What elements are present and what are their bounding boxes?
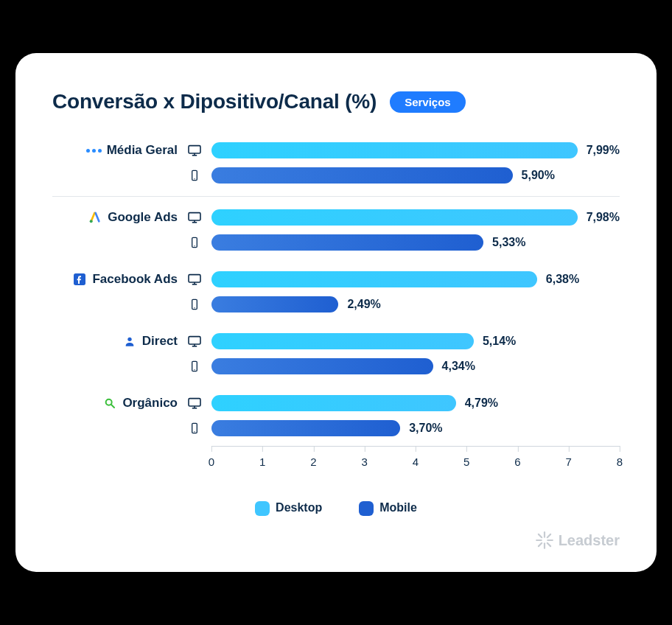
- axis-tick: 0: [209, 455, 214, 468]
- bar-cell-desktop: 7,98%: [211, 207, 620, 228]
- bar-cell-mobile: 2,49%: [211, 294, 620, 315]
- axis-tick: 7: [566, 455, 572, 468]
- category-label: Facebook Ads: [52, 272, 178, 287]
- mobile-icon: [187, 422, 202, 434]
- value-label-mobile: 5,90%: [522, 169, 555, 182]
- svg-point-22: [194, 369, 195, 370]
- card-header: Conversão x Dipositivo/Canal (%) Serviço…: [52, 90, 620, 114]
- group-divider: [52, 196, 620, 197]
- legend-swatch-mobile: [359, 501, 374, 516]
- category-label: Google Ads: [52, 210, 178, 225]
- search-icon: [103, 397, 116, 410]
- bar-cell-mobile: 5,33%: [211, 232, 620, 253]
- device-cell-desktop: [185, 393, 204, 413]
- bar-cell-mobile: 5,90%: [211, 165, 620, 186]
- svg-point-5: [90, 220, 93, 223]
- mobile-icon: [187, 360, 202, 372]
- category-label: Direct: [52, 334, 178, 349]
- desktop-icon: [187, 212, 202, 223]
- legend-item-desktop: Desktop: [255, 501, 322, 516]
- bar-desktop: [211, 333, 474, 349]
- device-cell-mobile: [185, 294, 204, 315]
- desktop-icon: [187, 397, 202, 409]
- device-cell-desktop: [185, 269, 204, 290]
- value-label-mobile: 2,49%: [347, 298, 380, 311]
- value-label-mobile: 5,33%: [492, 236, 525, 249]
- bar-mobile: [211, 167, 513, 184]
- mobile-icon: [187, 237, 202, 248]
- svg-rect-0: [189, 146, 200, 153]
- device-cell-mobile: [185, 232, 204, 253]
- legend-label-desktop: Desktop: [276, 501, 322, 514]
- svg-line-36: [547, 534, 550, 537]
- facebook-icon: [73, 273, 86, 286]
- dots-icon: [88, 144, 101, 157]
- bar-desktop: [211, 142, 578, 158]
- legend-label-mobile: Mobile: [379, 501, 417, 514]
- svg-point-10: [194, 245, 195, 246]
- category-text: Direct: [142, 334, 178, 349]
- category-text: Google Ads: [108, 210, 178, 225]
- svg-point-4: [194, 178, 195, 179]
- bar-mobile: [211, 420, 400, 436]
- bar-cell-desktop: 5,14%: [211, 331, 620, 352]
- svg-point-29: [194, 431, 195, 432]
- bar-cell-desktop: 4,79%: [211, 393, 620, 413]
- desktop-icon: [187, 273, 202, 285]
- bar-cell-mobile: 3,70%: [211, 418, 620, 439]
- leadster-logo-icon: [535, 531, 554, 550]
- mobile-icon: [187, 298, 202, 310]
- svg-point-17: [127, 338, 131, 341]
- chart-title: Conversão x Dipositivo/Canal (%): [52, 90, 377, 114]
- svg-point-16: [194, 307, 195, 308]
- device-cell-mobile: [185, 356, 204, 377]
- chart-area: Média Geral7,99%5,90%Google Ads7,98%5,33…: [52, 140, 620, 472]
- bar-cell-desktop: 6,38%: [211, 269, 620, 290]
- value-label-desktop: 4,79%: [465, 397, 498, 410]
- bar-mobile: [211, 234, 483, 251]
- value-label-desktop: 6,38%: [546, 273, 579, 286]
- value-label-desktop: 5,14%: [483, 335, 516, 348]
- axis-tick: 1: [259, 455, 265, 468]
- svg-rect-6: [189, 213, 200, 220]
- category-label: Orgânico: [52, 396, 178, 411]
- bar-mobile: [211, 358, 433, 374]
- bar-desktop: [211, 271, 537, 287]
- person-icon: [123, 335, 136, 348]
- bar-mobile: [211, 296, 338, 312]
- axis-tick: 3: [362, 455, 368, 468]
- category-text: Orgânico: [122, 396, 178, 411]
- bar-cell-desktop: 7,99%: [211, 140, 620, 161]
- filter-pill-servicos[interactable]: Serviços: [390, 91, 466, 113]
- value-label-mobile: 3,70%: [409, 422, 442, 435]
- chart-card: Conversão x Dipositivo/Canal (%) Serviço…: [15, 53, 657, 572]
- brand-name: Leadster: [559, 532, 620, 549]
- legend: Desktop Mobile: [52, 501, 620, 516]
- x-axis: 012345678: [211, 446, 620, 472]
- svg-line-35: [547, 543, 550, 546]
- device-cell-desktop: [185, 207, 204, 228]
- value-label-desktop: 7,99%: [587, 144, 620, 157]
- desktop-icon: [187, 144, 202, 156]
- axis-tick: 2: [310, 455, 316, 468]
- device-cell-desktop: [185, 331, 204, 352]
- mobile-icon: [187, 170, 202, 181]
- axis-tick: 6: [514, 455, 520, 468]
- axis-tick: 4: [413, 455, 419, 468]
- svg-line-24: [111, 405, 114, 408]
- category-text: Média Geral: [107, 143, 178, 158]
- svg-line-37: [539, 543, 542, 546]
- device-cell-mobile: [185, 165, 204, 186]
- axis-tick: 5: [463, 455, 469, 468]
- legend-swatch-desktop: [255, 501, 270, 516]
- bar-desktop: [211, 209, 578, 226]
- bar-desktop: [211, 395, 456, 411]
- axis-tick: 8: [617, 455, 623, 468]
- svg-rect-18: [189, 337, 200, 344]
- desktop-icon: [187, 335, 202, 347]
- legend-item-mobile: Mobile: [359, 501, 417, 516]
- category-label: Média Geral: [52, 143, 178, 158]
- svg-rect-12: [189, 275, 200, 282]
- bar-cell-mobile: 4,34%: [211, 356, 620, 377]
- device-cell-mobile: [185, 418, 204, 439]
